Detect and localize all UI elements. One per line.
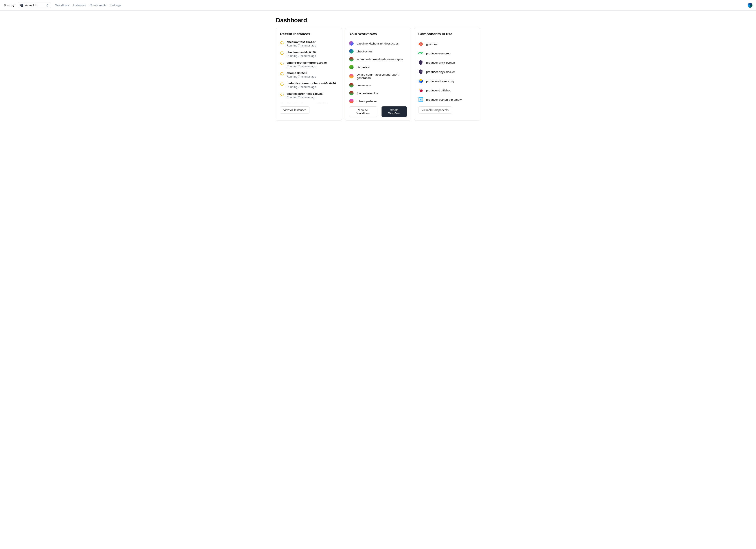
page-title: Dashboard bbox=[276, 17, 480, 24]
workflow-avatar-icon bbox=[349, 41, 354, 46]
status-running-icon bbox=[280, 82, 284, 87]
instance-status: Running 7 minutes ago bbox=[287, 54, 316, 57]
svg-point-7 bbox=[421, 71, 422, 72]
component-name: producer-semgrep bbox=[426, 52, 450, 55]
instance-item[interactable]: checkov-test-7c6c26Running 7 minutes ago bbox=[280, 50, 337, 60]
instance-item[interactable]: sboms-3a0506Running 7 minutes ago bbox=[280, 70, 337, 81]
topbar: Smithy Acme Ltd. Workflows Instances Com… bbox=[0, 0, 756, 11]
workflow-avatar-icon bbox=[349, 49, 354, 54]
main-nav: Workflows Instances Components Settings bbox=[55, 4, 121, 7]
view-all-workflows-button[interactable]: View All Workflows bbox=[349, 106, 377, 117]
component-name: producer-snyk-python bbox=[426, 61, 455, 64]
instance-status: Running 7 minutes ago bbox=[287, 85, 336, 89]
workflow-item[interactable]: scorecard-threat-intel-on-oss-repos bbox=[349, 55, 406, 63]
workflow-name: scorecard-threat-intel-on-oss-repos bbox=[357, 58, 403, 61]
workflow-avatar-icon bbox=[349, 65, 354, 69]
nav-components[interactable]: Components bbox=[90, 4, 107, 7]
component-item[interactable]: producer-snyk-docker bbox=[418, 67, 476, 76]
instance-item[interactable]: simple-test-semgrep-c10bacRunning 7 minu… bbox=[280, 60, 337, 70]
component-item[interactable]: producer-semgrep bbox=[418, 49, 476, 58]
instance-status: Running 7 minutes ago bbox=[287, 75, 316, 78]
workflow-item[interactable]: diana-test bbox=[349, 63, 406, 71]
workflow-avatar-icon bbox=[349, 83, 354, 87]
card-components: Components in use git-cloneproducer-semg… bbox=[414, 28, 480, 121]
workflow-avatar-icon bbox=[349, 99, 354, 103]
workflow-item[interactable]: mlsecops-base bbox=[349, 97, 406, 103]
workflow-name: baseline-kitchensink-devsecops bbox=[357, 42, 399, 45]
instances-list[interactable]: checkov-test-49a4c7Running 7 minutes ago… bbox=[280, 39, 338, 103]
workflows-list[interactable]: baseline-kitchensink-devsecopscheckov-te… bbox=[349, 39, 407, 103]
card-workflows: Your Workflows baseline-kitchensink-devs… bbox=[345, 28, 411, 121]
workflow-name: fportantier-vulpy bbox=[357, 92, 378, 95]
workflow-item[interactable]: baseline-kitchensink-devsecops bbox=[349, 39, 406, 47]
card-title: Your Workflows bbox=[349, 32, 407, 36]
instance-name: simple-test-semgrep-c10bac bbox=[287, 61, 327, 64]
workflow-name: checkov-test bbox=[357, 50, 373, 53]
component-item[interactable]: producer-python-pip-safety bbox=[418, 95, 476, 103]
snyk-icon bbox=[418, 60, 423, 65]
org-avatar-icon bbox=[20, 4, 23, 7]
instance-status: Running 7 minutes ago bbox=[287, 44, 316, 47]
instance-item[interactable]: checkov-test-49a4c7Running 7 minutes ago bbox=[280, 39, 337, 50]
status-running-icon bbox=[280, 51, 284, 56]
dashboard-cards: Recent Instances checkov-test-49a4c7Runn… bbox=[276, 28, 480, 121]
workflow-item[interactable]: devsecops bbox=[349, 81, 406, 89]
workflow-name: diana-test bbox=[357, 66, 370, 69]
view-all-components-button[interactable]: View All Components bbox=[418, 106, 452, 114]
component-name: producer-docker-trivy bbox=[426, 79, 454, 83]
components-list[interactable]: git-cloneproducer-semgrepproducer-snyk-p… bbox=[418, 39, 476, 103]
status-running-icon bbox=[280, 92, 284, 97]
workflow-name: mlsecops-base bbox=[357, 100, 377, 103]
instance-item[interactable]: elasticsearch-test-1480a6Running 7 minut… bbox=[280, 91, 337, 101]
view-all-instances-button[interactable]: View All Instances bbox=[280, 106, 310, 114]
instance-name: checkov-test-49a4c7 bbox=[287, 40, 316, 44]
instance-item[interactable]: simple-test-semgrep-862439Succeeded 7 mi… bbox=[280, 101, 337, 103]
workflow-item[interactable]: fportantier-vulpy bbox=[349, 89, 406, 97]
chevron-up-down-icon bbox=[46, 4, 48, 7]
status-running-icon bbox=[280, 41, 284, 45]
instance-name: sboms-3a0506 bbox=[287, 71, 316, 75]
instance-name: deduplication-enricher-test-5c6e76 bbox=[287, 82, 336, 85]
git-icon bbox=[418, 42, 423, 46]
workflow-item[interactable]: checkov-test bbox=[349, 47, 406, 55]
workflow-avatar-icon bbox=[349, 57, 354, 61]
svg-point-4 bbox=[420, 62, 420, 62]
org-name: Acme Ltd. bbox=[25, 4, 44, 7]
status-running-icon bbox=[280, 72, 284, 76]
create-workflow-button[interactable]: Create Workflow bbox=[382, 106, 407, 117]
card-recent-instances: Recent Instances checkov-test-49a4c7Runn… bbox=[276, 28, 342, 121]
instance-status: Running 7 minutes ago bbox=[287, 96, 323, 99]
nav-workflows[interactable]: Workflows bbox=[55, 4, 69, 7]
component-name: producer-python-pip-safety bbox=[426, 98, 462, 101]
component-name: producer-snyk-docker bbox=[426, 70, 455, 74]
component-item[interactable]: git-clone bbox=[418, 39, 476, 49]
status-success-icon bbox=[280, 103, 284, 103]
nav-instances[interactable]: Instances bbox=[73, 4, 86, 7]
component-name: producer-trufflehog bbox=[426, 89, 451, 92]
safety-icon bbox=[418, 97, 423, 102]
card-title: Recent Instances bbox=[280, 32, 338, 36]
instance-name: simple-test-semgrep-862439 bbox=[287, 102, 327, 103]
instance-name: elasticsearch-test-1480a6 bbox=[287, 92, 323, 95]
workflow-item[interactable]: owasp-samm-asessment-report-generation bbox=[349, 71, 406, 81]
page: Dashboard Recent Instances checkov-test-… bbox=[272, 11, 484, 129]
workflow-name: owasp-samm-asessment-report-generation bbox=[357, 73, 406, 79]
workflow-avatar-icon bbox=[349, 91, 354, 95]
nav-settings[interactable]: Settings bbox=[110, 4, 121, 7]
org-selector[interactable]: Acme Ltd. bbox=[18, 2, 51, 8]
status-running-icon bbox=[280, 61, 284, 66]
svg-point-6 bbox=[420, 71, 420, 72]
instance-item[interactable]: deduplication-enricher-test-5c6e76Runnin… bbox=[280, 81, 337, 91]
snyk-icon bbox=[418, 69, 423, 74]
brand-logo[interactable]: Smithy bbox=[4, 3, 14, 7]
semgrep-icon bbox=[418, 51, 423, 56]
component-name: git-clone bbox=[426, 42, 437, 46]
card-title: Components in use bbox=[418, 32, 476, 36]
instance-name: checkov-test-7c6c26 bbox=[287, 51, 316, 54]
component-item[interactable]: producer-snyk-python bbox=[418, 58, 476, 67]
component-item[interactable]: producer-trufflehog bbox=[418, 86, 476, 95]
trivy-icon bbox=[418, 79, 423, 83]
workflow-name: devsecops bbox=[357, 84, 371, 87]
user-avatar[interactable] bbox=[748, 3, 752, 8]
component-item[interactable]: producer-docker-trivy bbox=[418, 76, 476, 86]
